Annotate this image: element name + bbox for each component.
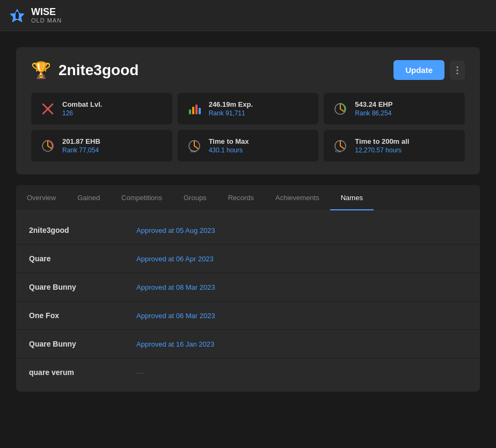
stat-label-exp: 246.19m Exp. — [209, 100, 253, 108]
svg-point-4 — [457, 69, 458, 71]
name-text: One Fox — [29, 311, 136, 320]
name-status: Approved at 06 Apr 2023 — [136, 255, 214, 263]
combat-icon — [40, 102, 56, 116]
stat-value-time200: 12,270.57 hours — [355, 146, 409, 154]
stat-info-time200: Time to 200m all12,270.57 hours — [355, 137, 409, 154]
logo-oldman-text: OLD MAN — [31, 17, 62, 24]
profile-card: 🏆 2nite3good Update Combat Lvl.126 — [16, 47, 480, 174]
name-row: Quare BunnyApproved at 08 Mar 2023 — [16, 273, 480, 302]
name-row: 2nite3goodApproved at 05 Aug 2023 — [16, 216, 480, 245]
svg-point-3 — [457, 66, 458, 68]
tabs-container: OverviewGainedCompetitionsGroupsRecordsA… — [16, 185, 480, 392]
ehp-icon — [332, 102, 348, 116]
name-row: QuareApproved at 06 Apr 2023 — [16, 245, 480, 273]
ehb-icon — [40, 139, 56, 153]
exp-icon — [186, 102, 202, 116]
name-text: Quare — [29, 254, 136, 263]
stat-card-time200: 4.6b Time to 200m all12,270.57 hours — [324, 130, 465, 161]
time200-icon: 4.6b — [332, 139, 348, 153]
stat-card-ehp: 543.24 EHPRank 86,254 — [324, 93, 465, 124]
stat-info-combat: Combat Lvl.126 — [62, 100, 102, 117]
profile-actions: Update — [393, 60, 465, 80]
name-status: Approved at 16 Jan 2023 — [136, 340, 214, 348]
stat-label-timemax: Time to Max — [209, 137, 249, 145]
stat-value-timemax: 430.1 hours — [209, 146, 249, 154]
stat-card-combat: Combat Lvl.126 — [31, 93, 172, 124]
tab-competitions[interactable]: Competitions — [111, 185, 173, 210]
tab-gained[interactable]: Gained — [67, 185, 111, 210]
names-list: 2nite3goodApproved at 05 Aug 2023QuareAp… — [16, 211, 480, 392]
timemax-icon: Max — [186, 139, 202, 153]
update-button[interactable]: Update — [393, 60, 444, 80]
stat-value-ehp: Rank 86,254 — [355, 109, 392, 117]
svg-text:Max: Max — [191, 150, 196, 153]
logo-icon — [9, 7, 26, 24]
tab-names[interactable]: Names — [330, 185, 374, 210]
name-status: --- — [136, 369, 143, 377]
tab-groups[interactable]: Groups — [173, 185, 217, 210]
stat-label-time200: Time to 200m all — [355, 137, 409, 145]
name-row: quare verum--- — [16, 358, 480, 386]
stat-value-exp: Rank 91,711 — [209, 109, 253, 117]
tab-overview[interactable]: Overview — [16, 185, 67, 210]
profile-username: 2nite3good — [59, 62, 138, 79]
name-status: Approved at 08 Mar 2023 — [136, 283, 215, 291]
header: WISE OLD MAN — [0, 0, 496, 31]
logo[interactable]: WISE OLD MAN — [9, 7, 62, 24]
name-text: quare verum — [29, 368, 136, 377]
stat-label-ehb: 201.87 EHB — [62, 137, 100, 145]
stat-label-combat: Combat Lvl. — [62, 100, 102, 108]
main-content: 🏆 2nite3good Update Combat Lvl.126 — [0, 31, 496, 408]
stats-grid: Combat Lvl.126 246.19m Exp.Rank 91,711 5… — [31, 93, 465, 161]
profile-title: 🏆 2nite3good — [31, 61, 138, 79]
name-status: Approved at 06 Mar 2023 — [136, 312, 215, 320]
svg-rect-9 — [192, 107, 194, 114]
profile-header: 🏆 2nite3good Update — [31, 60, 465, 80]
svg-rect-8 — [189, 109, 191, 114]
more-options-button[interactable] — [450, 61, 465, 80]
stat-value-ehb: Rank 77,054 — [62, 146, 100, 154]
tabs-bar: OverviewGainedCompetitionsGroupsRecordsA… — [16, 185, 480, 211]
stat-info-exp: 246.19m Exp.Rank 91,711 — [209, 100, 253, 117]
stat-label-ehp: 543.24 EHP — [355, 100, 392, 108]
name-text: Quare Bunny — [29, 283, 136, 291]
svg-rect-11 — [199, 108, 201, 114]
logo-text: WISE OLD MAN — [31, 7, 62, 24]
svg-point-5 — [457, 72, 458, 74]
stat-card-ehb: 201.87 EHBRank 77,054 — [31, 130, 172, 161]
svg-text:4.6b: 4.6b — [335, 150, 341, 153]
name-status: Approved at 05 Aug 2023 — [136, 226, 215, 234]
stat-info-timemax: Time to Max430.1 hours — [209, 137, 249, 154]
name-row: One FoxApproved at 06 Mar 2023 — [16, 302, 480, 330]
trophy-icon: 🏆 — [31, 61, 51, 79]
stat-info-ehb: 201.87 EHBRank 77,054 — [62, 137, 100, 154]
name-row: Quare BunnyApproved at 16 Jan 2023 — [16, 330, 480, 358]
logo-wise-text: WISE — [31, 7, 62, 18]
tab-records[interactable]: Records — [217, 185, 265, 210]
stat-card-exp: 246.19m Exp.Rank 91,711 — [178, 93, 319, 124]
name-text: 2nite3good — [29, 226, 136, 234]
svg-rect-10 — [195, 105, 198, 114]
svg-point-2 — [16, 11, 19, 14]
stat-info-ehp: 543.24 EHPRank 86,254 — [355, 100, 392, 117]
stat-card-timemax: Max Time to Max430.1 hours — [178, 130, 319, 161]
stat-value-combat: 126 — [62, 109, 102, 117]
tab-achievements[interactable]: Achievements — [265, 185, 330, 210]
name-text: Quare Bunny — [29, 340, 136, 348]
